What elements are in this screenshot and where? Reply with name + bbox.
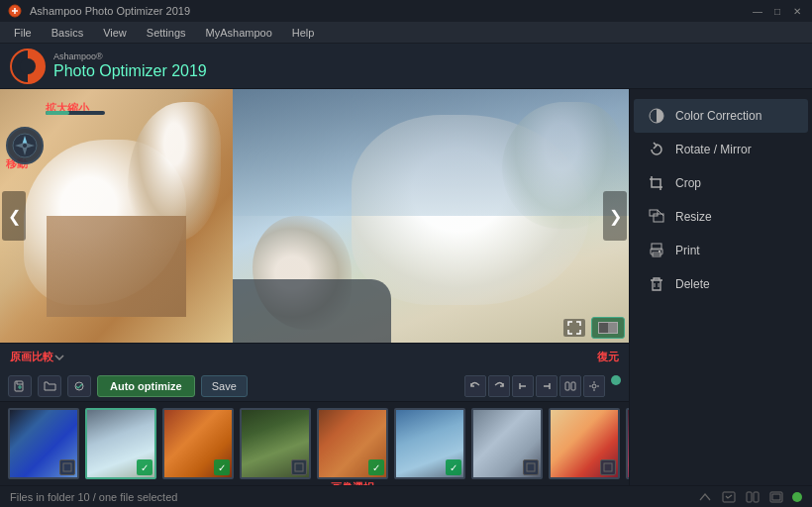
status-icon-1 — [697, 489, 713, 505]
split-view-button[interactable] — [591, 317, 625, 339]
thumbnail-8[interactable] — [549, 408, 620, 479]
svg-rect-15 — [604, 463, 612, 471]
thumb-check-1 — [59, 459, 75, 475]
sidebar-item-resize[interactable]: Resize — [634, 200, 808, 234]
crop-icon — [648, 174, 665, 192]
app-name: Photo Optimizer 2019 — [53, 62, 207, 80]
color-correction-label: Color Correction — [675, 109, 761, 123]
settings-btn[interactable] — [583, 375, 605, 397]
logo-text: Ashampoo® Photo Optimizer 2019 — [53, 52, 207, 79]
sidebar-item-color-correction[interactable]: Color Correction — [634, 99, 808, 133]
zoom-slider[interactable] — [46, 111, 105, 115]
close-button[interactable]: ✕ — [790, 4, 804, 18]
next-photo-button[interactable]: ❯ — [603, 191, 627, 241]
svg-rect-10 — [571, 382, 575, 390]
trash-icon — [648, 275, 665, 293]
auto-optimize-button[interactable]: Auto optimize — [97, 375, 195, 397]
photo-bottom-bar: 原画比較 復元 — [0, 343, 629, 370]
photo-viewer: 拡大縮小 移動 — [0, 89, 629, 343]
svg-rect-29 — [772, 494, 780, 500]
prev-photo-button[interactable]: ❮ — [2, 191, 26, 241]
svg-point-11 — [592, 384, 596, 388]
main-content: 拡大縮小 移動 — [0, 89, 812, 485]
compare-btn[interactable] — [559, 375, 581, 397]
menu-view[interactable]: View — [95, 25, 135, 41]
photo-optimized — [233, 89, 629, 343]
delete-label: Delete — [675, 277, 710, 291]
app-name-main: Photo Optimizer — [53, 62, 171, 79]
image-select-label: 画像選択 — [331, 480, 374, 485]
thumbnail-7[interactable] — [471, 408, 543, 479]
thumbnail-4[interactable] — [240, 408, 311, 479]
rotate-icon — [648, 141, 665, 158]
thumbnail-9[interactable] — [626, 408, 629, 479]
svg-rect-24 — [659, 251, 660, 253]
thumbnail-toolbar: Auto optimize Save — [0, 370, 629, 402]
menu-bar: File Basics View Settings MyAshampoo Hel… — [0, 22, 812, 44]
thumb-check-3: ✓ — [214, 459, 230, 475]
status-bar: Files in folder 10 / one file selected — [0, 485, 812, 507]
print-icon — [648, 242, 665, 259]
open-folder-button[interactable] — [38, 375, 61, 397]
compare-label: 原画比較 — [10, 350, 53, 364]
half-circle-icon — [648, 107, 665, 125]
sidebar-item-crop[interactable]: Crop — [634, 166, 808, 200]
logo-bar: Ashampoo® Photo Optimizer 2019 — [0, 44, 812, 89]
menu-file[interactable]: File — [6, 25, 40, 41]
menu-basics[interactable]: Basics — [44, 25, 91, 41]
thumbnail-1[interactable] — [8, 408, 79, 479]
thumbnail-5[interactable]: ✓ 画像選択 — [317, 408, 388, 479]
thumb-check-2: ✓ — [137, 459, 152, 475]
thumbnail-strip: ✓ ✓ ✓ 画像選択 — [0, 402, 629, 485]
expand-icon[interactable] — [563, 319, 585, 337]
thumb-check-5: ✓ — [368, 459, 384, 475]
restore-label: 復元 — [597, 350, 619, 364]
sidebar-item-delete[interactable]: Delete — [634, 267, 808, 301]
thumbnail-2[interactable]: ✓ — [85, 408, 156, 479]
title-bar: Ashampoo Photo Optimizer 2019 — □ ✕ — [0, 0, 812, 22]
thumb-check-7 — [523, 459, 539, 475]
menu-help[interactable]: Help — [284, 25, 323, 41]
next-btn[interactable] — [536, 375, 558, 397]
chevron-down-icon — [53, 352, 65, 363]
brand-name: Ashampoo® — [53, 52, 207, 62]
active-indicator — [611, 375, 621, 385]
status-indicator — [792, 492, 802, 502]
crop-label: Crop — [675, 176, 701, 190]
maximize-button[interactable]: □ — [770, 4, 784, 18]
status-icon-4[interactable] — [768, 489, 784, 505]
undo-redo-group — [464, 375, 621, 397]
svg-rect-26 — [747, 492, 752, 502]
print-label: Print — [675, 244, 700, 257]
save-button[interactable]: Save — [201, 375, 248, 397]
sidebar-item-print[interactable]: Print — [634, 234, 808, 267]
thumb-check-4 — [291, 459, 307, 475]
photo-panel: 拡大縮小 移動 — [0, 89, 629, 485]
svg-point-6 — [23, 144, 27, 148]
minimize-button[interactable]: — — [751, 4, 764, 18]
svg-rect-7 — [15, 381, 23, 391]
status-icon-2[interactable] — [721, 489, 737, 505]
undo-button[interactable] — [464, 375, 486, 397]
resize-label: Resize — [675, 210, 712, 224]
redo-button[interactable] — [488, 375, 510, 397]
thumb-check-8 — [600, 459, 616, 475]
svg-rect-9 — [565, 382, 569, 390]
status-icon-3[interactable] — [745, 489, 761, 505]
right-sidebar: Color Correction Rotate / Mirror Crop — [629, 89, 812, 485]
thumb-check-6: ✓ — [446, 459, 461, 475]
menu-myashampoo[interactable]: MyAshampoo — [198, 25, 280, 41]
sidebar-item-rotate-mirror[interactable]: Rotate / Mirror — [634, 133, 808, 166]
thumbnail-6[interactable]: ✓ — [394, 408, 465, 479]
app-title: Ashampoo Photo Optimizer 2019 — [30, 5, 751, 17]
svg-rect-14 — [527, 463, 535, 471]
status-text: Files in folder 10 / one file selected — [10, 491, 177, 503]
add-file-button[interactable] — [8, 375, 32, 397]
menu-settings[interactable]: Settings — [139, 25, 194, 41]
rotate-mirror-label: Rotate / Mirror — [675, 143, 752, 156]
prev-btn[interactable] — [512, 375, 534, 397]
compass[interactable] — [6, 127, 42, 162]
svg-rect-12 — [63, 463, 71, 471]
thumbnail-3[interactable]: ✓ — [162, 408, 234, 479]
tool3-button[interactable] — [67, 375, 91, 397]
